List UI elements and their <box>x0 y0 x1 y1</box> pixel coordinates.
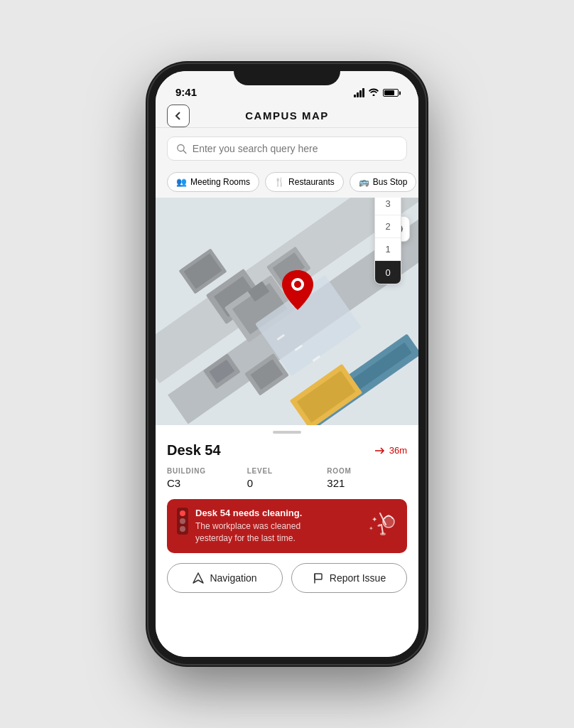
meeting-rooms-icon: 👥 <box>176 177 187 187</box>
location-details: BUILDING C3 LEVEL 0 ROOM 321 <box>167 467 407 489</box>
header: CAMPUS MAP <box>156 102 418 128</box>
navigation-button[interactable]: Navigation <box>167 563 283 593</box>
desk-distance: 36m <box>375 445 407 456</box>
flag-icon <box>313 572 324 584</box>
notch <box>234 64 340 85</box>
alert-body: The workplace was cleanedyesterday for t… <box>195 520 302 545</box>
floor-3-button[interactable]: 3 <box>375 198 401 215</box>
status-time: 9:41 <box>175 86 197 98</box>
search-input[interactable] <box>193 143 398 154</box>
tl-dot-mid <box>180 518 185 524</box>
signal-bars-icon <box>354 88 364 97</box>
filter-chips: 👥 Meeting Rooms 🍴 Restaurants 🚌 Bus Stop… <box>156 168 418 198</box>
battery-icon <box>383 89 399 97</box>
tl-dot-top <box>180 510 185 516</box>
alert-text: Desk 54 needs cleaning. The workplace wa… <box>195 508 302 545</box>
building-info: BUILDING C3 <box>167 467 247 489</box>
svg-line-1 <box>183 151 186 154</box>
drag-handle <box>273 431 301 434</box>
navigation-icon <box>193 572 204 584</box>
level-label: LEVEL <box>247 467 327 475</box>
cleaning-icon: ✦ ✦ <box>366 508 397 544</box>
map-area[interactable]: 4 3 2 1 0 <box>156 198 418 425</box>
level-info: LEVEL 0 <box>247 467 327 489</box>
chip-label-meeting-rooms: Meeting Rooms <box>190 177 250 187</box>
wifi-icon <box>368 87 379 98</box>
tl-dot-bot <box>180 526 185 532</box>
page-title: CAMPUS MAP <box>245 109 329 122</box>
traffic-light-icon <box>177 508 188 535</box>
svg-marker-42 <box>193 573 203 583</box>
level-value: 0 <box>247 477 327 489</box>
chip-bus-stop[interactable]: 🚌 Bus Stop <box>350 172 417 192</box>
floor-2-button[interactable]: 2 <box>375 215 401 238</box>
building-label: BUILDING <box>167 467 247 475</box>
desk-name: Desk 54 <box>167 442 221 459</box>
bus-stop-icon: 🚌 <box>359 177 369 187</box>
room-value: 321 <box>327 477 407 489</box>
svg-point-28 <box>294 281 301 288</box>
desk-info: Desk 54 36m <box>167 442 407 459</box>
room-info: ROOM 321 <box>327 467 407 489</box>
room-label: ROOM <box>327 467 407 475</box>
alert-title: Desk 54 needs cleaning. <box>195 508 302 518</box>
floor-selector: 4 3 2 1 0 <box>374 198 401 284</box>
svg-text:✦: ✦ <box>369 525 374 532</box>
chip-restaurants[interactable]: 🍴 Restaurants <box>265 172 344 192</box>
search-bar <box>156 128 418 168</box>
svg-text:✦: ✦ <box>372 515 377 523</box>
chip-meeting-rooms[interactable]: 👥 Meeting Rooms <box>167 172 259 192</box>
status-icons <box>354 87 399 98</box>
screen: 9:41 <box>156 71 418 657</box>
bottom-buttons: Navigation Report Issue <box>167 563 407 593</box>
search-icon <box>176 143 187 154</box>
report-issue-button[interactable]: Report Issue <box>291 563 407 593</box>
alert-left-section: Desk 54 needs cleaning. The workplace wa… <box>177 508 302 545</box>
building-value: C3 <box>167 477 247 489</box>
floor-0-button[interactable]: 0 <box>375 261 401 284</box>
navigation-label: Navigation <box>210 572 256 584</box>
chip-label-bus-stop: Bus Stop <box>373 177 408 187</box>
report-issue-label: Report Issue <box>330 572 386 584</box>
svg-rect-43 <box>315 574 322 579</box>
phone-frame: 9:41 <box>148 64 426 664</box>
arrow-right-icon <box>375 446 386 455</box>
svg-point-39 <box>380 532 386 535</box>
app-content: CAMPUS MAP 👥 Meeting Rooms <box>156 102 418 657</box>
chip-label-restaurants: Restaurants <box>288 177 335 187</box>
restaurants-icon: 🍴 <box>274 177 285 187</box>
distance-value: 36m <box>389 445 407 456</box>
svg-line-38 <box>381 525 383 533</box>
alert-banner: Desk 54 needs cleaning. The workplace wa… <box>167 499 407 553</box>
bottom-panel: Desk 54 36m BUILDING C3 <box>156 425 418 601</box>
search-wrapper[interactable] <box>167 136 407 161</box>
floor-selector-container: 4 3 2 1 0 <box>384 212 410 242</box>
floor-1-button[interactable]: 1 <box>375 238 401 261</box>
back-button[interactable] <box>167 105 190 127</box>
